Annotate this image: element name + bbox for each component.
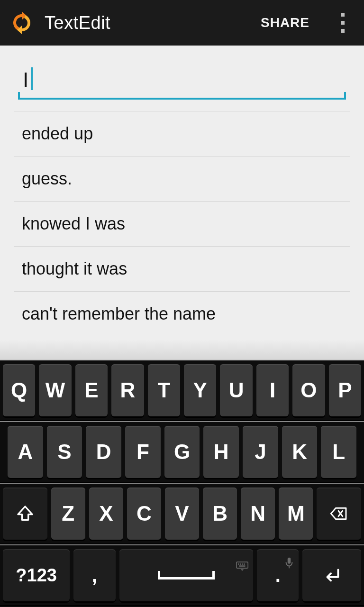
keyboard-row-1: Q W E R T Y U I O P (0, 360, 364, 421)
key-comma[interactable]: , (73, 549, 115, 601)
key-f[interactable]: F (125, 426, 161, 478)
key-d[interactable]: D (86, 426, 121, 478)
suggestion-item[interactable]: guess. (14, 156, 350, 201)
keyboard-row-3: Z X C V B N M (0, 483, 364, 544)
overflow-menu-button[interactable] (326, 0, 359, 46)
key-backspace[interactable] (317, 487, 361, 540)
svg-rect-4 (244, 563, 245, 564)
key-i[interactable]: I (256, 364, 289, 416)
svg-rect-2 (240, 563, 241, 564)
action-bar-divider (323, 10, 323, 35)
app-icon (9, 10, 34, 35)
enter-icon (321, 564, 343, 586)
key-h[interactable]: H (203, 426, 239, 478)
suggestion-item[interactable]: can't remember the name (14, 291, 350, 336)
key-x[interactable]: X (89, 487, 123, 540)
key-c[interactable]: C (127, 487, 161, 540)
app-title: TextEdit (45, 13, 248, 33)
key-b[interactable]: B (203, 487, 237, 540)
text-input[interactable]: I (14, 63, 350, 102)
key-enter[interactable] (302, 549, 361, 601)
shift-icon (16, 504, 35, 523)
soft-keyboard: Q W E R T Y U I O P A S D F G H J K L Z … (0, 359, 364, 607)
editor-area: I ended up guess. knowed I was thought i… (0, 46, 364, 359)
keyboard-row-2: A S D F G H J K L (0, 421, 364, 483)
key-e[interactable]: E (75, 364, 108, 416)
key-a[interactable]: A (8, 426, 43, 478)
key-n[interactable]: N (241, 487, 275, 540)
key-r[interactable]: R (111, 364, 144, 416)
key-o[interactable]: O (292, 364, 325, 416)
svg-rect-3 (242, 563, 243, 564)
text-input-value: I (23, 68, 28, 92)
key-g[interactable]: G (164, 426, 200, 478)
spacebar-icon (158, 571, 215, 579)
key-shift[interactable] (3, 487, 47, 540)
key-m[interactable]: M (279, 487, 313, 540)
keyboard-row-4: ?123 , . (0, 544, 364, 606)
key-period[interactable]: . (257, 549, 299, 601)
suggestion-list: ended up guess. knowed I was thought it … (14, 111, 350, 336)
key-v[interactable]: V (165, 487, 199, 540)
key-q[interactable]: Q (3, 364, 35, 416)
key-s[interactable]: S (47, 426, 82, 478)
microphone-icon (284, 552, 294, 573)
key-period-label: . (275, 565, 281, 586)
key-symbols[interactable]: ?123 (3, 549, 70, 601)
key-l[interactable]: L (321, 426, 356, 478)
key-space[interactable] (119, 549, 254, 601)
key-z[interactable]: Z (51, 487, 85, 540)
key-j[interactable]: J (243, 426, 278, 478)
keyboard-switch-icon (236, 552, 248, 576)
key-u[interactable]: U (220, 364, 252, 416)
key-p[interactable]: P (329, 364, 361, 416)
key-y[interactable]: Y (184, 364, 216, 416)
svg-rect-1 (238, 563, 239, 564)
svg-rect-0 (237, 562, 248, 568)
suggestion-item[interactable]: ended up (14, 111, 350, 156)
key-w[interactable]: W (39, 364, 71, 416)
svg-rect-6 (288, 558, 291, 564)
backspace-icon (329, 504, 348, 523)
suggestion-item[interactable]: thought it was (14, 246, 350, 291)
key-t[interactable]: T (148, 364, 180, 416)
key-k[interactable]: K (282, 426, 318, 478)
text-cursor (31, 67, 33, 90)
action-bar: TextEdit SHARE (0, 0, 364, 46)
suggestion-item[interactable]: knowed I was (14, 201, 350, 246)
share-button[interactable]: SHARE (248, 0, 322, 46)
content-fade (0, 340, 364, 359)
svg-rect-5 (239, 565, 246, 566)
